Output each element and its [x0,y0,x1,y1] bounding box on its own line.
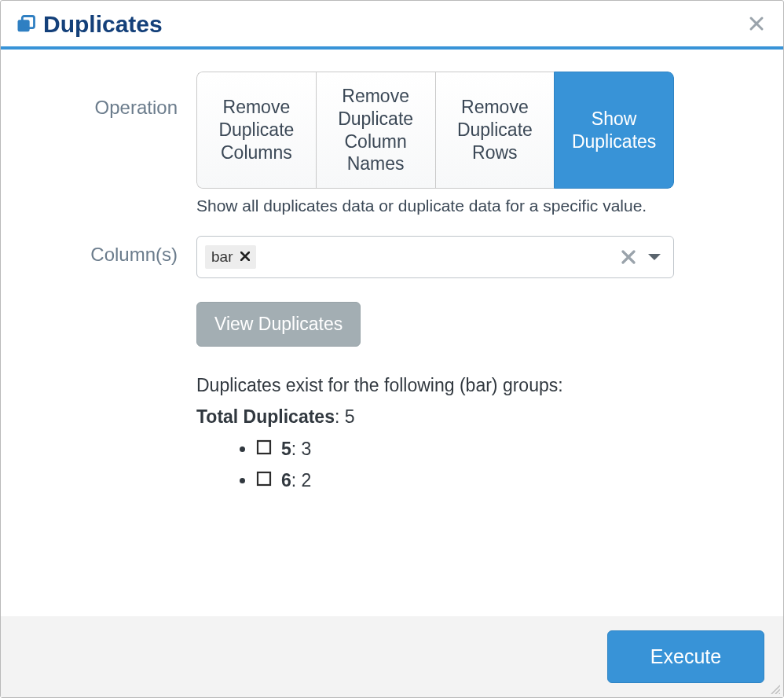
operation-label: Operation [27,72,196,119]
columns-chip-label: bar [211,248,233,266]
group-checkbox[interactable] [256,467,272,495]
svg-rect-0 [18,20,30,31]
group-checkbox[interactable] [256,435,272,464]
execute-button[interactable]: Execute [607,630,764,683]
resize-handle-icon[interactable] [769,683,780,694]
columns-chip: bar [205,245,256,269]
duplicates-modal: Duplicates Operation Remove Duplicate Co… [0,0,784,698]
operation-content: Remove Duplicate Columns Remove Duplicat… [196,72,757,215]
columns-controls [621,247,665,267]
duplicates-total-count: 5 [345,406,355,427]
duplicates-intro: Duplicates exist for the following (bar)… [196,372,674,400]
duplicates-icon [15,13,37,35]
modal-footer: Execute [1,616,783,697]
modal-header: Duplicates [1,1,783,50]
close-button[interactable] [744,10,769,39]
operation-option-remove-duplicate-columns[interactable]: Remove Duplicate Columns [196,72,316,189]
group-value: 5 [281,439,291,459]
operation-option-show-duplicates[interactable]: Show Duplicates [554,72,674,189]
duplicates-summary: Duplicates exist for the following (bar)… [196,372,674,495]
svg-rect-3 [258,472,270,485]
operation-row: Operation Remove Duplicate Columns Remov… [27,72,757,215]
columns-label: Column(s) [27,236,196,266]
chip-remove-icon[interactable] [240,250,250,264]
view-duplicates-button[interactable]: View Duplicates [196,302,361,347]
duplicates-total: Total Duplicates: 5 [196,403,674,432]
group-count: 2 [302,470,312,490]
clear-all-icon[interactable] [621,247,636,267]
modal-body: Operation Remove Duplicate Columns Remov… [1,50,783,616]
columns-row: Column(s) bar [27,236,757,498]
svg-rect-2 [258,441,270,454]
columns-content: bar View Duplic [196,236,757,498]
close-icon [749,12,764,36]
group-count: 3 [302,439,312,459]
duplicates-list: 5: 3 6: 2 [196,435,674,494]
columns-multiselect[interactable]: bar [196,236,674,278]
duplicates-total-label: Total Duplicates [196,406,335,427]
view-duplicates-wrap: View Duplicates [196,302,757,347]
list-item: 6: 2 [256,467,674,495]
operation-option-remove-duplicate-rows[interactable]: Remove Duplicate Rows [435,72,555,189]
operation-segmented: Remove Duplicate Columns Remove Duplicat… [196,72,674,189]
dropdown-caret-icon[interactable] [647,252,662,263]
modal-title: Duplicates [15,11,163,38]
group-value: 6 [281,470,291,490]
modal-title-text: Duplicates [43,11,163,38]
operation-option-remove-duplicate-column-names[interactable]: Remove Duplicate Column Names [316,72,435,189]
list-item: 5: 3 [256,435,674,464]
operation-description: Show all duplicates data or duplicate da… [196,197,674,215]
